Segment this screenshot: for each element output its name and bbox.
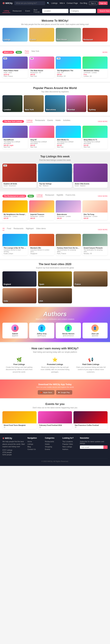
exp-card-2[interactable]: Fantasy Hotel from the heaven above The … <box>56 234 81 255</box>
footer-nav-link-0[interactable]: Home <box>28 440 43 442</box>
nav-link-wiki[interactable]: Wiki ▾ <box>60 2 65 4</box>
exp-loc-3: Nevada, US <box>84 253 106 254</box>
hot-card-1[interactable]: 8.8 The Bear House Restaurant · NY $45.0… <box>29 56 54 78</box>
ny-tab-events[interactable]: Events <box>47 119 53 122</box>
footer-looking-link-2[interactable]: New Listings <box>62 446 77 448</box>
card-price-2: $30.00 <box>57 74 80 76</box>
ny-card-1[interactable]: Sing NY This listing has a default descr… <box>29 126 54 149</box>
author-card-2[interactable]: 👤 Stevan Hanson @stevanhanson <box>56 323 81 338</box>
footer-looking-link-1[interactable]: Popular Cities <box>62 443 77 445</box>
author-card-1[interactable]: 👤 Jeffrey Gray @jeffreygray <box>29 323 54 338</box>
author-card-3[interactable]: 👤 Jean Lali @jeanlali <box>82 323 108 338</box>
rest-card-0[interactable]: My Neighbours the Dumplings Restaurant ·… <box>3 200 28 220</box>
ny-card-3[interactable]: Shop Bikes In 71 This listing has a defa… <box>82 126 108 149</box>
exp-tab-restaurants[interactable]: Restaurants <box>14 228 24 230</box>
food-city-india[interactable]: India <box>3 288 37 303</box>
restaurant-view-more[interactable]: VIEW MORE <box>98 195 107 197</box>
nav-link-blog[interactable]: Our Blog <box>80 2 87 4</box>
nav-search-input[interactable] <box>14 1 45 5</box>
ny-tab-hotels[interactable]: Hotels <box>55 119 61 122</box>
hot-card-0[interactable]: 8.9 Paris Palace Hotel Hotel · Paris $12… <box>3 56 28 78</box>
event-card-0[interactable]: Street Food Tours Bangkok 11 <box>3 411 37 429</box>
tab-newyork[interactable]: New York <box>32 50 39 53</box>
food-city-france[interactable]: France <box>73 271 107 286</box>
place-newyork[interactable]: New York <box>24 95 44 112</box>
footer-subscribe-button[interactable]: → <box>103 446 107 449</box>
footer-desc: We help people find the best places arou… <box>3 440 25 448</box>
exp-tab-nightspot[interactable]: Nightspot <box>26 228 34 230</box>
search-location-input[interactable] <box>42 9 68 13</box>
rest-card-1[interactable]: Imperial Treasure Restaurant · London $6… <box>29 200 54 220</box>
ny-tab-activities[interactable]: Activities <box>63 119 70 122</box>
authors-section: Authors Meet our best contributors and c… <box>0 307 110 342</box>
tl-card-1[interactable]: Top bar listings Bar · Midtown <box>38 164 72 188</box>
tl-card-2[interactable]: Aston Villa Events Event · Stadium <box>73 164 107 188</box>
hot-card-2[interactable]: 7.6 The Neighbours The Club · NY $30.00 … <box>56 56 81 78</box>
hot-card-3[interactable]: Westminster Abbey Landmark · London Free… <box>82 56 108 78</box>
nav-link-listings[interactable]: Listings <box>51 2 58 4</box>
welcome-restaurant[interactable]: Restaurant <box>82 28 108 42</box>
card-meta-2: Club · NY <box>57 72 80 74</box>
exp-card-3[interactable]: Grand Canyon Pinnacle The destination fo… <box>82 234 108 255</box>
ny-card-2[interactable]: Alert Media Co. This listing has a defau… <box>56 126 81 149</box>
footer-nav-link-1[interactable]: Listings <box>28 443 43 445</box>
rest-tab-0[interactable]: Listings <box>37 194 43 197</box>
welcome-rent[interactable]: Rent House <box>56 28 81 42</box>
authors-grid: 👤 Gabriel @gabriel 👤 Jeffrey Gray @jeffr… <box>3 323 107 338</box>
food-city-spain[interactable]: Spain <box>38 271 72 286</box>
whats-hot-more-link[interactable]: MORE <box>102 51 107 53</box>
exp-card-0[interactable]: The Lounge & Bar At The Ritz Kla... Luxu… <box>3 234 28 255</box>
google-play-button[interactable]: ▶ Google Play <box>56 390 72 394</box>
rest-card-2[interactable]: Baiersbronn Restaurant · London $45.00 <box>56 200 81 220</box>
place-sydney[interactable]: Sydney <box>87 95 107 112</box>
search-tab-bestfriends[interactable]: Best Friends <box>32 8 41 14</box>
signup-button[interactable]: Sign Up <box>98 2 107 5</box>
footer-cat-link-2[interactable]: Shopping <box>45 446 60 448</box>
event-card-2[interactable]: San Francisco Coffee Festival 11 <box>73 411 107 429</box>
exp-tab-video[interactable]: Video demo <box>36 228 46 230</box>
footer-nav-link-2[interactable]: Blog <box>28 446 43 448</box>
rest-tab-1[interactable]: Restaurant <box>45 194 54 197</box>
place-barcelona[interactable]: Barcelona <box>45 95 65 112</box>
search-now-button[interactable]: Search Now <box>97 9 110 13</box>
ny-card-price-1: $30.00 <box>30 144 53 146</box>
rest-tab-2[interactable]: Nightlife <box>57 194 63 197</box>
ny-tab-listings[interactable]: Listings <box>26 119 33 122</box>
tl-card-0[interactable]: 5.0 Explore all kinds Event · Downtown <box>3 164 37 188</box>
footer-cat-link-0[interactable]: Restaurants <box>45 440 60 442</box>
event-card-1[interactable]: February Food Festival 2016 11 <box>38 411 72 429</box>
footer-cat-link-3[interactable]: Events <box>45 448 60 450</box>
welcome-events[interactable]: Events <box>29 28 54 42</box>
rest-tab-3[interactable]: Food & Arts <box>66 194 75 197</box>
ny-card-0[interactable]: HaroldRoom This listing has a default de… <box>3 126 28 149</box>
handpick-content: Top Listings this week Find the best lis… <box>3 155 107 188</box>
place-mumbai[interactable]: Mumbai <box>66 95 86 112</box>
welcome-listings[interactable]: Listings <box>3 28 28 42</box>
brand-logo[interactable]: ⊕ WilCity <box>3 2 13 5</box>
tab-paris[interactable]: Paris <box>25 50 29 53</box>
footer-cat-link-1[interactable]: Hotels <box>45 443 60 445</box>
footer-looking-link-3[interactable]: Authors <box>62 448 77 450</box>
food-city-usa[interactable]: USA <box>38 288 72 303</box>
food-city-england[interactable]: England <box>3 271 37 286</box>
rest-card-3[interactable]: Dim Tai Fung Restaurant · London $35.00 <box>82 200 108 220</box>
apple-store-button[interactable]: 🍎 Apple Store <box>38 390 54 394</box>
search-tab-restaurant[interactable]: Restaurant <box>12 9 23 13</box>
place-london[interactable]: London <box>3 95 23 112</box>
search-tab-event[interactable]: Event <box>24 9 31 13</box>
search-icon-nav[interactable]: 🔍 <box>47 2 50 4</box>
footer-looking-link-0[interactable]: Top Locations <box>62 440 77 442</box>
exp-tab-food[interactable]: Food <box>7 228 11 230</box>
signin-button[interactable]: Sign In <box>89 2 98 5</box>
exp-tab-all[interactable]: All <box>3 228 5 230</box>
ny-view-more-link[interactable]: VIEW MORE <box>98 120 107 122</box>
search-category-input[interactable] <box>70 9 96 13</box>
ny-tab-restaurants[interactable]: Restaurants <box>35 119 45 122</box>
search-tab-listing[interactable]: Listing <box>3 9 10 13</box>
author-card-0[interactable]: 👤 Gabriel @gabriel <box>3 323 28 338</box>
explore-view-more[interactable]: VIEW MORE <box>98 229 107 230</box>
footer-email-input[interactable] <box>80 446 103 449</box>
exp-card-1[interactable]: Mandarin Mix Luxurious kitchen in London… <box>29 234 54 255</box>
nav-link-contact[interactable]: Contact Page <box>67 2 78 4</box>
footer-nav-link-3[interactable]: Contact Us <box>28 448 43 450</box>
